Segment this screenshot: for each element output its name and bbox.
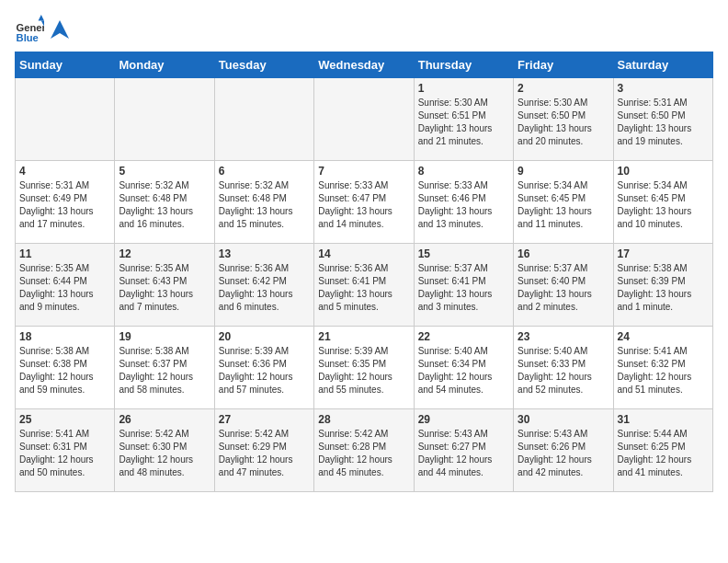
day-number: 30	[518, 413, 609, 426]
day-info: Sunrise: 5:36 AM Sunset: 6:42 PM Dayligh…	[219, 262, 310, 314]
day-info: Sunrise: 5:36 AM Sunset: 6:41 PM Dayligh…	[318, 262, 409, 314]
day-number: 29	[418, 413, 509, 426]
day-info: Sunrise: 5:34 AM Sunset: 6:45 PM Dayligh…	[618, 179, 709, 231]
calendar-cell: 30Sunrise: 5:43 AM Sunset: 6:26 PM Dayli…	[514, 409, 613, 492]
calendar-cell: 15Sunrise: 5:37 AM Sunset: 6:41 PM Dayli…	[414, 244, 513, 327]
day-info: Sunrise: 5:43 AM Sunset: 6:27 PM Dayligh…	[418, 428, 509, 479]
day-info: Sunrise: 5:34 AM Sunset: 6:45 PM Dayligh…	[518, 179, 609, 231]
day-number: 11	[19, 247, 110, 260]
day-number: 27	[219, 413, 310, 426]
day-info: Sunrise: 5:31 AM Sunset: 6:50 PM Dayligh…	[618, 97, 709, 148]
day-number: 14	[318, 247, 409, 260]
day-info: Sunrise: 5:33 AM Sunset: 6:46 PM Dayligh…	[418, 179, 509, 231]
day-number: 21	[318, 330, 409, 343]
day-number: 5	[119, 165, 210, 178]
weekday-header-sunday: Sunday	[16, 52, 115, 78]
calendar-cell: 17Sunrise: 5:38 AM Sunset: 6:39 PM Dayli…	[613, 244, 712, 327]
day-number: 8	[418, 165, 509, 178]
day-number: 17	[618, 247, 709, 260]
day-number: 19	[119, 330, 210, 343]
day-number: 12	[119, 247, 210, 260]
calendar-cell: 16Sunrise: 5:37 AM Sunset: 6:40 PM Dayli…	[514, 244, 613, 327]
calendar-cell: 7Sunrise: 5:33 AM Sunset: 6:47 PM Daylig…	[314, 161, 414, 244]
day-number: 13	[219, 247, 310, 260]
weekday-header-tuesday: Tuesday	[214, 52, 313, 78]
calendar-cell: 1Sunrise: 5:30 AM Sunset: 6:51 PM Daylig…	[414, 78, 513, 161]
calendar-cell: 18Sunrise: 5:38 AM Sunset: 6:38 PM Dayli…	[16, 327, 115, 409]
calendar-cell	[16, 78, 115, 161]
calendar-cell: 10Sunrise: 5:34 AM Sunset: 6:45 PM Dayli…	[613, 161, 712, 244]
day-info: Sunrise: 5:35 AM Sunset: 6:44 PM Dayligh…	[19, 262, 110, 314]
day-info: Sunrise: 5:42 AM Sunset: 6:28 PM Dayligh…	[318, 428, 409, 479]
day-info: Sunrise: 5:38 AM Sunset: 6:39 PM Dayligh…	[618, 262, 709, 314]
day-number: 18	[19, 330, 110, 343]
day-number: 2	[518, 82, 609, 95]
calendar-cell: 3Sunrise: 5:31 AM Sunset: 6:50 PM Daylig…	[613, 78, 712, 161]
day-info: Sunrise: 5:39 AM Sunset: 6:36 PM Dayligh…	[219, 345, 310, 396]
day-number: 7	[318, 165, 409, 178]
day-info: Sunrise: 5:40 AM Sunset: 6:34 PM Dayligh…	[418, 345, 509, 396]
calendar-cell: 20Sunrise: 5:39 AM Sunset: 6:36 PM Dayli…	[214, 327, 313, 409]
day-info: Sunrise: 5:39 AM Sunset: 6:35 PM Dayligh…	[318, 345, 409, 396]
day-info: Sunrise: 5:42 AM Sunset: 6:30 PM Dayligh…	[119, 428, 210, 479]
calendar-cell: 26Sunrise: 5:42 AM Sunset: 6:30 PM Dayli…	[115, 409, 214, 492]
calendar-cell: 4Sunrise: 5:31 AM Sunset: 6:49 PM Daylig…	[16, 161, 115, 244]
day-info: Sunrise: 5:30 AM Sunset: 6:50 PM Dayligh…	[518, 97, 609, 148]
day-number: 10	[618, 165, 709, 178]
weekday-header-saturday: Saturday	[613, 52, 712, 78]
day-info: Sunrise: 5:41 AM Sunset: 6:32 PM Dayligh…	[618, 345, 709, 396]
day-number: 24	[618, 330, 709, 343]
day-info: Sunrise: 5:37 AM Sunset: 6:40 PM Dayligh…	[518, 262, 609, 314]
day-info: Sunrise: 5:32 AM Sunset: 6:48 PM Dayligh…	[119, 179, 210, 231]
calendar-cell: 8Sunrise: 5:33 AM Sunset: 6:46 PM Daylig…	[414, 161, 513, 244]
calendar-table: SundayMondayTuesdayWednesdayThursdayFrid…	[15, 52, 713, 492]
svg-marker-2	[39, 15, 44, 20]
day-info: Sunrise: 5:38 AM Sunset: 6:37 PM Dayligh…	[119, 345, 210, 396]
day-info: Sunrise: 5:30 AM Sunset: 6:51 PM Dayligh…	[418, 97, 509, 148]
logo: General Blue	[15, 15, 69, 44]
calendar-cell: 21Sunrise: 5:39 AM Sunset: 6:35 PM Dayli…	[314, 327, 414, 409]
day-number: 16	[518, 247, 609, 260]
calendar-cell: 28Sunrise: 5:42 AM Sunset: 6:28 PM Dayli…	[314, 409, 414, 492]
weekday-header-thursday: Thursday	[414, 52, 513, 78]
calendar-cell: 9Sunrise: 5:34 AM Sunset: 6:45 PM Daylig…	[514, 161, 613, 244]
svg-text:General: General	[17, 22, 44, 33]
svg-marker-4	[51, 20, 69, 39]
day-number: 26	[119, 413, 210, 426]
weekday-header-wednesday: Wednesday	[314, 52, 414, 78]
calendar-cell: 29Sunrise: 5:43 AM Sunset: 6:27 PM Dayli…	[414, 409, 513, 492]
day-number: 25	[19, 413, 110, 426]
logo-icon: General Blue	[15, 15, 44, 44]
day-number: 4	[19, 165, 110, 178]
calendar-cell: 5Sunrise: 5:32 AM Sunset: 6:48 PM Daylig…	[115, 161, 214, 244]
calendar-cell: 13Sunrise: 5:36 AM Sunset: 6:42 PM Dayli…	[214, 244, 313, 327]
calendar-cell: 31Sunrise: 5:44 AM Sunset: 6:25 PM Dayli…	[613, 409, 712, 492]
calendar-cell: 2Sunrise: 5:30 AM Sunset: 6:50 PM Daylig…	[514, 78, 613, 161]
calendar-cell: 12Sunrise: 5:35 AM Sunset: 6:43 PM Dayli…	[115, 244, 214, 327]
day-number: 22	[418, 330, 509, 343]
day-number: 9	[518, 165, 609, 178]
calendar-cell: 6Sunrise: 5:32 AM Sunset: 6:48 PM Daylig…	[214, 161, 313, 244]
day-number: 28	[318, 413, 409, 426]
calendar-cell	[115, 78, 214, 161]
calendar-cell: 14Sunrise: 5:36 AM Sunset: 6:41 PM Dayli…	[314, 244, 414, 327]
page-header: General Blue	[15, 15, 713, 44]
day-info: Sunrise: 5:42 AM Sunset: 6:29 PM Dayligh…	[219, 428, 310, 479]
weekday-header-monday: Monday	[115, 52, 214, 78]
day-info: Sunrise: 5:37 AM Sunset: 6:41 PM Dayligh…	[418, 262, 509, 314]
day-number: 20	[219, 330, 310, 343]
calendar-cell: 25Sunrise: 5:41 AM Sunset: 6:31 PM Dayli…	[16, 409, 115, 492]
svg-text:Blue: Blue	[17, 32, 39, 43]
day-number: 23	[518, 330, 609, 343]
day-info: Sunrise: 5:35 AM Sunset: 6:43 PM Dayligh…	[119, 262, 210, 314]
day-info: Sunrise: 5:43 AM Sunset: 6:26 PM Dayligh…	[518, 428, 609, 479]
calendar-cell: 19Sunrise: 5:38 AM Sunset: 6:37 PM Dayli…	[115, 327, 214, 409]
logo-arrow-icon	[51, 20, 69, 39]
calendar-cell	[314, 78, 414, 161]
calendar-cell: 11Sunrise: 5:35 AM Sunset: 6:44 PM Dayli…	[16, 244, 115, 327]
day-info: Sunrise: 5:44 AM Sunset: 6:25 PM Dayligh…	[618, 428, 709, 479]
day-number: 3	[618, 82, 709, 95]
day-info: Sunrise: 5:33 AM Sunset: 6:47 PM Dayligh…	[318, 179, 409, 231]
day-number: 6	[219, 165, 310, 178]
day-info: Sunrise: 5:38 AM Sunset: 6:38 PM Dayligh…	[19, 345, 110, 396]
